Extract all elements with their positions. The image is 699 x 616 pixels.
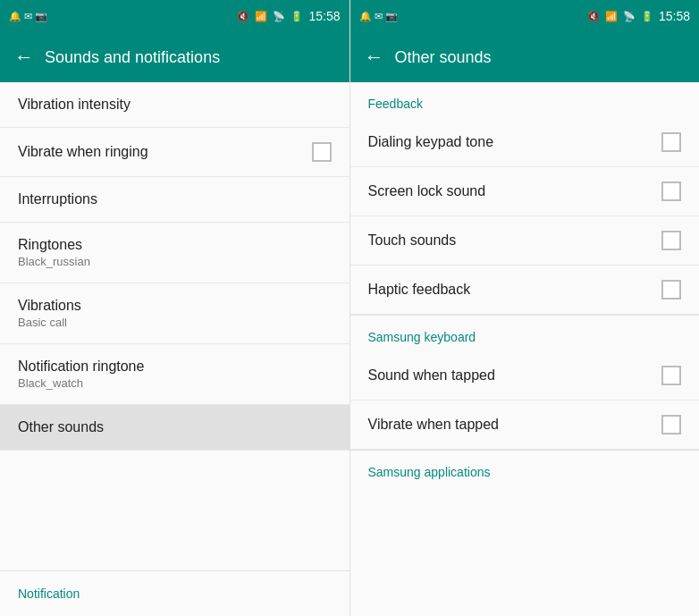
menu-item-screen-lock-sound[interactable]: Screen lock sound	[350, 167, 700, 216]
haptic-feedback-checkbox[interactable]	[661, 280, 681, 300]
menu-item-haptic-feedback[interactable]: Haptic feedback	[350, 266, 700, 315]
right-content: Feedback Dialing keypad tone Screen lock…	[350, 82, 700, 616]
menu-item-vibrations[interactable]: Vibrations Basic call	[0, 283, 350, 344]
notification-nav-label: Notification	[18, 586, 80, 601]
ringtones-label: Ringtones	[18, 237, 82, 252]
right-status-bar: 🔔 ✉ 📷 🔇 📶 📡 🔋 15:58	[350, 0, 700, 32]
right-panel: 🔔 ✉ 📷 🔇 📶 📡 🔋 15:58 ← Other sounds Feedb…	[350, 0, 700, 616]
wifi-icon: 📶	[255, 11, 267, 22]
right-header-title: Other sounds	[395, 48, 492, 67]
left-status-bar: 🔔 ✉ 📷 🔇 📶 📡 🔋 15:58	[0, 0, 350, 32]
screen-lock-sound-checkbox[interactable]	[661, 181, 681, 201]
dialing-keypad-tone-label: Dialing keypad tone	[368, 134, 494, 150]
other-sounds-label: Other sounds	[18, 419, 104, 435]
menu-item-touch-sounds[interactable]: Touch sounds	[350, 216, 700, 266]
ringtones-subtitle: Black_russian	[18, 255, 332, 268]
right-status-right: 🔇 📶 📡 🔋 15:58	[587, 9, 690, 23]
samsung-keyboard-section-label: Samsung keyboard	[350, 316, 700, 351]
vibrate-when-tapped-label: Vibrate when tapped	[368, 417, 499, 433]
notification-ringtone-subtitle: Black_watch	[18, 376, 332, 390]
feedback-section-label: Feedback	[350, 82, 700, 118]
sound-when-tapped-checkbox[interactable]	[661, 366, 681, 385]
r-notification-icon-2: ✉	[375, 11, 383, 22]
r-mute-icon: 🔇	[587, 11, 600, 22]
signal-icon: 📡	[273, 11, 285, 22]
r-battery-icon: 🔋	[641, 11, 653, 22]
menu-item-interruptions[interactable]: Interruptions	[0, 177, 350, 223]
menu-item-other-sounds[interactable]: Other sounds	[0, 405, 350, 451]
notification-icon-3: 📷	[35, 11, 47, 22]
left-time: 15:58	[308, 9, 340, 23]
sound-when-tapped-label: Sound when tapped	[368, 367, 495, 384]
touch-sounds-label: Touch sounds	[368, 232, 457, 249]
left-back-button[interactable]: ←	[14, 47, 34, 67]
left-status-right: 🔇 📶 📡 🔋 15:58	[237, 9, 340, 23]
menu-item-ringtones[interactable]: Ringtones Black_russian	[0, 223, 350, 283]
battery-icon: 🔋	[291, 11, 303, 22]
vibrate-ringing-checkbox[interactable]	[312, 142, 332, 162]
left-status-icons: 🔔 ✉ 📷	[9, 11, 47, 22]
vibrate-ringing-label: Vibrate when ringing	[18, 144, 148, 160]
menu-item-vibrate-ringing[interactable]: Vibrate when ringing	[0, 128, 350, 177]
notification-ringtone-label: Notification ringtone	[18, 359, 144, 374]
interruptions-label: Interruptions	[18, 191, 97, 207]
notification-icon-1: 🔔	[9, 11, 21, 22]
vibration-intensity-label: Vibration intensity	[18, 97, 131, 112]
menu-item-sound-when-tapped[interactable]: Sound when tapped	[350, 351, 700, 401]
vibrations-subtitle: Basic call	[18, 316, 332, 329]
touch-sounds-checkbox[interactable]	[661, 231, 681, 250]
left-header: ← Sounds and notifications	[0, 32, 350, 82]
menu-item-vibrate-when-tapped[interactable]: Vibrate when tapped	[350, 401, 700, 450]
menu-item-vibration-intensity[interactable]: Vibration intensity	[0, 82, 350, 128]
right-back-button[interactable]: ←	[365, 47, 384, 67]
haptic-feedback-label: Haptic feedback	[368, 282, 471, 298]
notification-icon-2: ✉	[24, 11, 32, 22]
left-panel: 🔔 ✉ 📷 🔇 📶 📡 🔋 15:58 ← Sounds and notific…	[0, 0, 350, 616]
left-header-title: Sounds and notifications	[45, 48, 220, 67]
dialing-keypad-tone-checkbox[interactable]	[661, 132, 681, 152]
mute-icon: 🔇	[237, 11, 249, 22]
vibrations-label: Vibrations	[18, 298, 81, 313]
samsung-applications-section-label: Samsung applications	[350, 451, 700, 486]
right-header: ← Other sounds	[350, 32, 700, 82]
r-signal-icon: 📡	[623, 11, 636, 22]
left-bottom-nav[interactable]: Notification	[0, 570, 350, 616]
left-content: Vibration intensity Vibrate when ringing…	[0, 82, 350, 570]
right-time: 15:58	[659, 9, 690, 23]
right-status-icons: 🔔 ✉ 📷	[359, 11, 398, 22]
r-notification-icon-1: 🔔	[359, 11, 372, 22]
menu-item-dialing-keypad-tone[interactable]: Dialing keypad tone	[350, 118, 700, 167]
r-wifi-icon: 📶	[605, 11, 618, 22]
screen-lock-sound-label: Screen lock sound	[368, 183, 486, 199]
r-notification-icon-3: 📷	[385, 11, 398, 22]
vibrate-when-tapped-checkbox[interactable]	[661, 415, 681, 435]
menu-item-notification-ringtone[interactable]: Notification ringtone Black_watch	[0, 344, 350, 405]
